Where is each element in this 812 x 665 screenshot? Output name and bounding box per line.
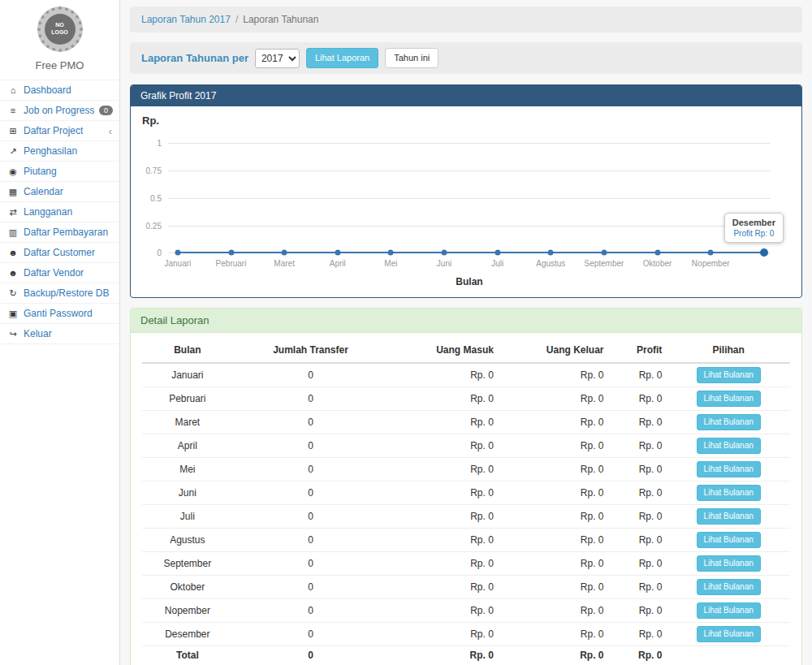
year-select[interactable]: 2017: [255, 49, 300, 68]
x-tick-label: September: [584, 259, 624, 268]
column-header: Uang Masuk: [388, 338, 499, 363]
cell-uang_keluar: Rp. 0: [499, 434, 609, 458]
sidebar-item-langganan[interactable]: ⇄Langganan: [0, 202, 119, 222]
y-tick-label: 0.25: [137, 222, 162, 231]
cell-bulan: Juni: [142, 481, 233, 505]
cell-jumlah_transfer: 0: [233, 458, 389, 481]
cell-jumlah_transfer: 0: [233, 576, 389, 599]
cell-profit: Rp. 0: [609, 552, 667, 576]
cell-profit: Rp. 0: [609, 599, 667, 623]
y-tick-label: 0: [137, 248, 162, 257]
sidebar-item-ganti-password[interactable]: ▣Ganti Password: [0, 304, 119, 324]
table-row: Agustus0Rp. 0Rp. 0Rp. 0Lihat Bulanan: [142, 529, 790, 552]
table-row: Nopember0Rp. 0Rp. 0Rp. 0Lihat Bulanan: [142, 599, 790, 623]
sidebar-item-backup-restore-db[interactable]: ↻Backup/Restore DB: [0, 283, 119, 304]
lihat-bulanan-button[interactable]: Lihat Bulanan: [697, 602, 761, 619]
cell-jumlah_transfer: 0: [233, 529, 389, 552]
users-icon: ☻: [6, 248, 19, 257]
cell-uang_masuk: Rp. 0: [388, 505, 499, 529]
lihat-bulanan-button[interactable]: Lihat Bulanan: [697, 508, 761, 525]
table-row: Desember0Rp. 0Rp. 0Rp. 0Lihat Bulanan: [142, 623, 790, 646]
column-header: Pilihan: [667, 338, 790, 363]
lihat-bulanan-button[interactable]: Lihat Bulanan: [697, 414, 761, 430]
y-tick-label: 0.5: [137, 194, 162, 203]
data-point-april[interactable]: [335, 250, 340, 256]
sidebar-item-job-on-progress[interactable]: ≡Job on Progress0: [0, 101, 119, 121]
lihat-bulanan-button[interactable]: Lihat Bulanan: [697, 626, 761, 642]
data-point-juli[interactable]: [495, 250, 500, 256]
data-point-pebruari[interactable]: [228, 250, 234, 256]
sidebar-item-dashboard[interactable]: ⌂Dashboard: [0, 80, 119, 101]
cell-profit: Rp. 0: [609, 505, 667, 529]
cell-profit: Rp. 0: [609, 363, 667, 387]
data-point-desember[interactable]: [760, 248, 768, 257]
lihat-bulanan-button[interactable]: Lihat Bulanan: [697, 461, 761, 477]
profit-series-line: [176, 252, 766, 253]
cell-jumlah_transfer: 0: [233, 505, 389, 529]
sidebar-item-piutang[interactable]: ◉Piutang: [0, 162, 119, 182]
column-header: Profit: [609, 338, 667, 363]
no-logo-text: NO LOGO: [45, 14, 76, 45]
data-point-nopember[interactable]: [708, 250, 714, 256]
x-tick-label: Januari: [164, 259, 191, 268]
calendar-icon: ▦: [6, 187, 19, 197]
lihat-bulanan-button[interactable]: Lihat Bulanan: [697, 485, 761, 501]
cell-jumlah_transfer: 0: [233, 411, 389, 434]
cell-jumlah_transfer: 0: [233, 387, 389, 411]
cell-uang_masuk: Rp. 0: [388, 576, 499, 599]
cell-bulan: Oktober: [142, 576, 233, 599]
sidebar-item-keluar[interactable]: ↪Keluar: [0, 324, 119, 344]
data-point-januari[interactable]: [175, 250, 180, 256]
gridline: 1: [168, 143, 771, 144]
cell-bulan: Desember: [142, 623, 233, 646]
lihat-bulanan-button[interactable]: Lihat Bulanan: [697, 532, 761, 548]
data-point-agustus[interactable]: [548, 250, 554, 256]
sidebar-item-daftar-vendor[interactable]: ☻Daftar Vendor: [0, 263, 119, 283]
sidebar-header: NO LOGO Free PMO: [0, 0, 119, 80]
y-tick-label: 0.75: [137, 166, 162, 175]
cell-pilihan: Lihat Bulanan: [667, 505, 790, 529]
sidebar-item-daftar-customer[interactable]: ☻Daftar Customer: [0, 243, 119, 263]
gridline: 0.25: [168, 226, 771, 227]
gridline: 0.5: [168, 198, 771, 199]
x-axis-title: Bulan: [168, 276, 771, 287]
data-point-mei[interactable]: [388, 250, 394, 256]
cell-uang_masuk: Rp. 0: [388, 481, 499, 505]
table-row: September0Rp. 0Rp. 0Rp. 0Lihat Bulanan: [142, 552, 790, 576]
cell-pilihan: Lihat Bulanan: [667, 529, 790, 552]
sidebar-item-daftar-project[interactable]: ⊞Daftar Project‹: [0, 121, 119, 141]
cell-bulan: April: [142, 434, 233, 458]
tooltip-value: Profit Rp: 0: [732, 229, 775, 238]
lihat-bulanan-button[interactable]: Lihat Bulanan: [697, 555, 761, 572]
chart-plot: Desember Profit Rp: 0 10.750.50.250: [168, 143, 771, 253]
lihat-bulanan-button[interactable]: Lihat Bulanan: [697, 438, 761, 454]
sidebar-item-daftar-pembayaran[interactable]: ▥Daftar Pembayaran: [0, 222, 119, 243]
y-axis-label: Rp.: [142, 114, 771, 127]
sidebar-item-label: Daftar Vendor: [24, 267, 84, 279]
column-header: Jumlah Transfer: [233, 338, 389, 363]
x-tick-label: Nopember: [692, 259, 730, 268]
sidebar-item-label: Ganti Password: [24, 308, 93, 319]
cell-uang_masuk: Rp. 0: [388, 623, 499, 646]
cell-uang_keluar: Rp. 0: [499, 576, 609, 599]
sidebar-item-label: Calendar: [24, 186, 63, 197]
data-point-september[interactable]: [601, 250, 607, 256]
data-point-juni[interactable]: [442, 250, 447, 256]
lihat-bulanan-button[interactable]: Lihat Bulanan: [697, 367, 761, 383]
tahun-ini-button[interactable]: Tahun ini: [385, 48, 438, 68]
sidebar-item-penghasilan[interactable]: ↗Penghasilan: [0, 141, 119, 162]
sidebar-item-label: Penghasilan: [24, 145, 77, 157]
total-uang_keluar: Rp. 0: [499, 646, 609, 665]
cell-uang_keluar: Rp. 0: [499, 529, 609, 552]
sidebar-item-label: Keluar: [24, 328, 52, 339]
lihat-bulanan-button[interactable]: Lihat Bulanan: [697, 391, 761, 407]
sidebar-item-label: Daftar Project: [24, 125, 83, 136]
x-tick-label: Agustus: [536, 259, 565, 268]
lihat-bulanan-button[interactable]: Lihat Bulanan: [697, 579, 761, 595]
breadcrumb-link[interactable]: Laporan Tahun 2017: [141, 14, 231, 25]
gridline: 0.75: [168, 171, 771, 171]
data-point-oktober[interactable]: [654, 250, 660, 256]
sidebar-item-calendar[interactable]: ▦Calendar: [0, 182, 119, 202]
lihat-laporan-button[interactable]: Lihat Laporan: [306, 48, 378, 68]
data-point-maret[interactable]: [282, 250, 287, 256]
